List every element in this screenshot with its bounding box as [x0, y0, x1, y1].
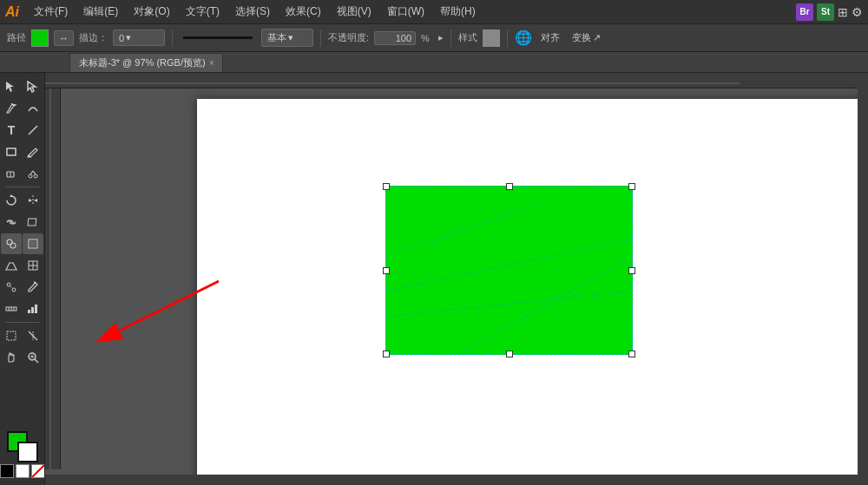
- style-swatch[interactable]: [483, 29, 500, 47]
- menu-effect[interactable]: 效果(C): [281, 3, 326, 21]
- stroke-arrow-btn[interactable]: ↔: [54, 30, 74, 46]
- tab-bar: 未标题-3* @ 97% (RGB/预览) ×: [0, 52, 868, 73]
- graph-tool[interactable]: [23, 298, 43, 319]
- svg-line-48: [456, 256, 632, 354]
- handle-tm[interactable]: [506, 183, 513, 190]
- linetype-dropdown[interactable]: 基本 ▾: [261, 29, 313, 47]
- opacity-label: 不透明度:: [328, 31, 369, 44]
- svg-point-24: [7, 283, 10, 286]
- tool-group-navigate: [0, 347, 44, 368]
- opacity-input[interactable]: [374, 31, 416, 45]
- handle-mr[interactable]: [628, 267, 635, 274]
- tool-group-pen: [0, 98, 44, 119]
- svg-marker-13: [34, 199, 37, 202]
- handle-bm[interactable]: [506, 351, 513, 357]
- scissors-tool[interactable]: [23, 163, 43, 184]
- select-tool[interactable]: [1, 76, 22, 97]
- curvature-tool[interactable]: [23, 98, 43, 119]
- sync-icon[interactable]: ⚙: [852, 5, 863, 19]
- rotate-tool[interactable]: [1, 190, 22, 211]
- svg-rect-34: [7, 331, 16, 340]
- stroke-none-icon[interactable]: [16, 464, 30, 478]
- warp-tool[interactable]: [1, 212, 22, 233]
- pen-tool[interactable]: [1, 98, 22, 119]
- title-bar: Ai 文件(F) 编辑(E) 对象(O) 文字(T) 选择(S) 效果(C) 视…: [0, 0, 868, 24]
- chevron-down-icon2: ▾: [288, 32, 293, 43]
- slice-tool[interactable]: [23, 325, 43, 346]
- svg-rect-19: [30, 241, 36, 246]
- transform-button[interactable]: 变换 ↗: [569, 29, 604, 46]
- chevron-opacity[interactable]: ▸: [438, 32, 444, 43]
- handle-ml[interactable]: [383, 267, 390, 274]
- ai-logo: Ai: [5, 4, 19, 20]
- bridge-icon[interactable]: Br: [796, 3, 813, 21]
- menu-select[interactable]: 选择(S): [231, 3, 274, 21]
- handle-tr[interactable]: [628, 183, 635, 190]
- svg-rect-31: [28, 310, 30, 313]
- live-paint-tool[interactable]: [23, 233, 43, 254]
- document-canvas[interactable]: [197, 99, 865, 485]
- tool-group-transform: [0, 190, 44, 211]
- svg-rect-33: [35, 305, 37, 313]
- shape-builder-tool[interactable]: [1, 233, 22, 254]
- handle-bl[interactable]: [383, 351, 390, 357]
- horizontal-scrollbar[interactable]: [45, 475, 858, 485]
- menu-type[interactable]: 文字(T): [181, 3, 224, 21]
- web-icon[interactable]: 🌐: [515, 29, 532, 46]
- reflect-tool[interactable]: [23, 190, 43, 211]
- measure-tool[interactable]: [1, 298, 22, 319]
- svg-line-2: [29, 126, 37, 134]
- menu-window[interactable]: 窗口(W): [383, 3, 429, 21]
- fill-none-icon[interactable]: [0, 464, 14, 478]
- document-tab[interactable]: 未标题-3* @ 97% (RGB/预览) ×: [69, 53, 223, 72]
- menu-edit[interactable]: 编辑(E): [79, 3, 122, 21]
- options-bar: 路径 ↔ 描边： 0 ▾ 基本 ▾ 不透明度: % ▸ 样式 🌐 对齐 变换 ↗: [0, 24, 868, 52]
- direct-select-tool[interactable]: [23, 76, 43, 97]
- stroke-arrow-icon: ↔: [59, 33, 69, 43]
- svg-line-46: [386, 239, 632, 291]
- align-button[interactable]: 对齐: [537, 29, 563, 46]
- workspace-switcher-icon[interactable]: ⊞: [838, 5, 848, 19]
- stroke-color-box[interactable]: [17, 442, 38, 462]
- stroke-width-dropdown[interactable]: 0 ▾: [113, 29, 165, 46]
- mesh-tool[interactable]: [23, 255, 43, 276]
- svg-line-26: [10, 286, 12, 288]
- perspective-tool[interactable]: [1, 255, 22, 276]
- tool-group-perspective: [0, 255, 44, 276]
- align-label: 对齐: [541, 31, 560, 44]
- hand-tool[interactable]: [1, 347, 22, 368]
- zoom-tool[interactable]: [23, 347, 43, 368]
- handle-tl[interactable]: [383, 183, 390, 190]
- type-icon: T: [8, 123, 16, 137]
- vertical-scrollbar[interactable]: [858, 73, 868, 485]
- blend-tool[interactable]: [1, 277, 22, 298]
- free-transform-tool[interactable]: [23, 212, 43, 233]
- main-area: T: [0, 73, 868, 485]
- rect-tool[interactable]: [1, 141, 22, 162]
- stock-icon[interactable]: St: [817, 3, 834, 21]
- fill-color-swatch[interactable]: [31, 29, 49, 47]
- artboard-tool[interactable]: [1, 325, 22, 346]
- svg-line-38: [35, 359, 38, 363]
- line-tool[interactable]: [23, 120, 43, 141]
- none-icon[interactable]: [31, 464, 45, 478]
- pencil-tool[interactable]: [23, 141, 43, 162]
- eyedropper-tool[interactable]: [23, 277, 43, 298]
- type-tool[interactable]: T: [1, 120, 22, 141]
- handle-br[interactable]: [628, 351, 635, 357]
- tool-group-artboard: [0, 325, 44, 346]
- tool-group-edit: [0, 163, 44, 184]
- menu-file[interactable]: 文件(F): [30, 3, 72, 21]
- green-rectangle[interactable]: [385, 186, 633, 355]
- svg-point-17: [10, 243, 16, 248]
- tool-sep-1: [5, 187, 40, 187]
- path-label: 路径: [7, 31, 26, 44]
- tab-close-button[interactable]: ×: [209, 58, 214, 68]
- menu-object[interactable]: 对象(O): [129, 3, 174, 21]
- stroke-label: 描边：: [79, 31, 108, 44]
- menu-view[interactable]: 视图(V): [332, 3, 376, 21]
- canvas-area[interactable]: // Generate ruler ticks via SVG text in …: [45, 73, 868, 485]
- eraser-tool[interactable]: [1, 163, 22, 184]
- menu-help[interactable]: 帮助(H): [436, 3, 480, 21]
- style-label: 样式: [458, 31, 477, 44]
